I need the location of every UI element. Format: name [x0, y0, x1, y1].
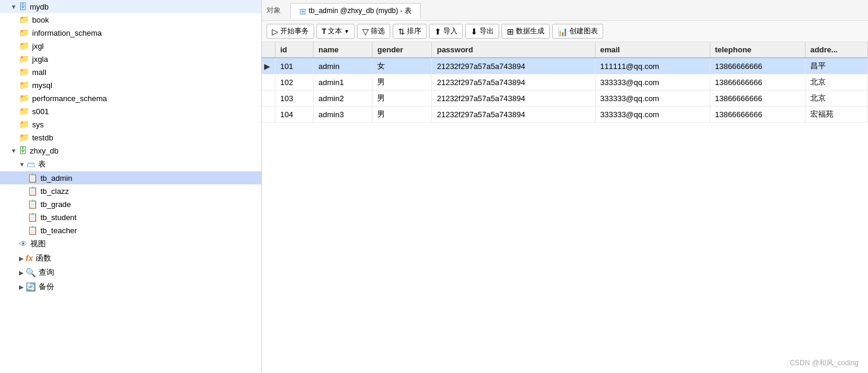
col-header-name[interactable]: name	[314, 42, 372, 58]
sidebar-item-tb-clazz[interactable]: 📋 tb_clazz	[0, 184, 261, 198]
table-row[interactable]: 103admin2男21232f297a57a5a743894333333@qq…	[262, 90, 868, 106]
text-icon: T	[322, 27, 326, 36]
row-indicator	[262, 90, 275, 106]
table-row[interactable]: ▶101admin女21232f297a57a5a743894111111@qq…	[262, 58, 868, 74]
sidebar-item-mysql[interactable]: 📁 mysql	[0, 79, 261, 92]
row-indicator: ▶	[262, 58, 275, 74]
sidebar-item-tb-grade[interactable]: 📋 tb_grade	[0, 198, 261, 211]
chart-icon: 📊	[557, 27, 568, 36]
table-icon: 📋	[27, 173, 37, 183]
sidebar-item-queries[interactable]: ▶ 🔍 查询	[0, 265, 261, 280]
cell-password: 21232f297a57a5a743894	[432, 106, 595, 123]
function-icon: fx	[26, 253, 33, 263]
cell-email: 333333@qq.com	[595, 106, 710, 123]
filter-label: 筛选	[371, 26, 385, 36]
cell-telephone: 13866666666	[710, 106, 805, 123]
cell-address: 昌平	[805, 58, 867, 74]
sidebar-item-tb-admin[interactable]: 📋 tb_admin	[0, 171, 261, 184]
sidebar-item-jxgla[interactable]: 📁 jxgla	[0, 52, 261, 65]
sidebar-item-tb-teacher[interactable]: 📋 tb_teacher	[0, 224, 261, 237]
folder-icon: 📁	[19, 120, 29, 129]
folder-icon: 📁	[19, 106, 29, 116]
db-green-icon: 🗄	[18, 146, 27, 155]
export-icon: ⬇	[471, 27, 478, 36]
folder-icon: 📁	[19, 93, 29, 103]
text-button[interactable]: T 文本 ▼	[317, 24, 355, 39]
table-icon: 📋	[27, 225, 37, 235]
table-row[interactable]: 102admin1男21232f297a57a5a743894333333@qq…	[262, 74, 868, 90]
generate-data-label: 数据生成	[516, 26, 544, 36]
arrow-icon: ▶	[19, 269, 24, 276]
tab-label: tb_admin @zhxy_db (mydb) - 表	[309, 6, 412, 16]
sidebar-item-label: tb_teacher	[40, 226, 77, 235]
tab-tb-admin[interactable]: ⊞ tb_admin @zhxy_db (mydb) - 表	[290, 3, 421, 18]
object-label: 对象	[267, 5, 281, 15]
cell-address: 北京	[805, 90, 867, 106]
cell-id: 102	[275, 74, 314, 90]
col-header-address[interactable]: addre...	[805, 42, 867, 58]
sidebar-item-tb-student[interactable]: 📋 tb_student	[0, 211, 261, 224]
generate-data-button[interactable]: ⊞ 数据生成	[502, 24, 550, 39]
export-label: 导出	[480, 26, 494, 36]
create-chart-button[interactable]: 📊 创建图表	[552, 24, 603, 39]
sidebar-item-label: book	[32, 15, 49, 24]
sidebar-item-performance-schema[interactable]: 📁 performance_schema	[0, 92, 261, 105]
col-header-password[interactable]: password	[432, 42, 595, 58]
sidebar-item-mydb[interactable]: ▼ 🗄 mydb	[0, 0, 261, 13]
sidebar-item-label: testdb	[32, 133, 53, 142]
import-button[interactable]: ⬆ 导入	[429, 24, 463, 39]
folder-icon: 📁	[19, 28, 29, 37]
text-label: 文本	[328, 26, 342, 36]
sidebar-item-backup[interactable]: ▶ 🔄 备份	[0, 280, 261, 294]
cell-email: 111111@qq.com	[595, 58, 710, 74]
sidebar-item-zhxy-db[interactable]: ▼ 🗄 zhxy_db	[0, 144, 261, 157]
arrow-icon: ▶	[19, 284, 24, 290]
table-row[interactable]: 104admin3男21232f297a57a5a743894333333@qq…	[262, 106, 868, 123]
cell-address: 宏福苑	[805, 106, 867, 123]
sidebar-item-label: sys	[32, 120, 44, 129]
sidebar-item-s001[interactable]: 📁 s001	[0, 105, 261, 118]
col-header-id[interactable]: id	[275, 42, 314, 58]
sidebar-item-tables-group[interactable]: ▼ 🗃 表	[0, 157, 261, 171]
sidebar-item-label: jxgla	[32, 55, 48, 64]
data-table: id name gender password email telephone …	[262, 42, 868, 123]
cell-id: 104	[275, 106, 314, 123]
sidebar-item-testdb[interactable]: 📁 testdb	[0, 131, 261, 144]
sidebar-item-jxgl[interactable]: 📁 jxgl	[0, 39, 261, 52]
sidebar-item-label: jxgl	[32, 42, 44, 51]
filter-icon: ▽	[362, 27, 369, 36]
sidebar: ▼ 🗄 mydb 📁 book 📁 information_schema 📁 j…	[0, 0, 262, 373]
import-label: 导入	[443, 26, 457, 36]
cell-telephone: 13866666666	[710, 74, 805, 90]
sidebar-item-sys[interactable]: 📁 sys	[0, 118, 261, 131]
sidebar-item-functions[interactable]: ▶ fx 函数	[0, 251, 261, 265]
sidebar-item-label: 备份	[39, 281, 54, 292]
row-indicator	[262, 74, 275, 90]
cell-gender: 女	[372, 58, 432, 74]
sidebar-item-information-schema[interactable]: 📁 information_schema	[0, 26, 261, 39]
filter-button[interactable]: ▽ 筛选	[357, 24, 390, 39]
col-header-gender[interactable]: gender	[372, 42, 432, 58]
sort-button[interactable]: ⇅ 排序	[393, 24, 427, 39]
export-button[interactable]: ⬇ 导出	[465, 24, 499, 39]
begin-transaction-button[interactable]: ▷ 开始事务	[267, 24, 314, 39]
sidebar-item-book[interactable]: 📁 book	[0, 13, 261, 26]
col-header-email[interactable]: email	[595, 42, 710, 58]
sidebar-item-mall[interactable]: 📁 mall	[0, 65, 261, 79]
cell-name: admin1	[314, 74, 372, 90]
sidebar-item-label: mydb	[30, 2, 49, 11]
table-icon: 📋	[27, 186, 37, 196]
cell-email: 333333@qq.com	[595, 90, 710, 106]
row-indicator	[262, 106, 275, 123]
generate-icon: ⊞	[507, 27, 514, 36]
cell-gender: 男	[372, 106, 432, 123]
db-icon: 🗄	[18, 2, 27, 11]
col-header-telephone[interactable]: telephone	[710, 42, 805, 58]
tables-icon: 🗃	[27, 159, 35, 169]
watermark: CSDN @和风_coding	[789, 358, 858, 368]
sidebar-item-views[interactable]: 👁 视图	[0, 237, 261, 251]
sort-label: 排序	[407, 26, 421, 36]
cell-address: 北京	[805, 74, 867, 90]
cell-name: admin	[314, 58, 372, 74]
arrow-icon: ▼	[11, 148, 17, 154]
